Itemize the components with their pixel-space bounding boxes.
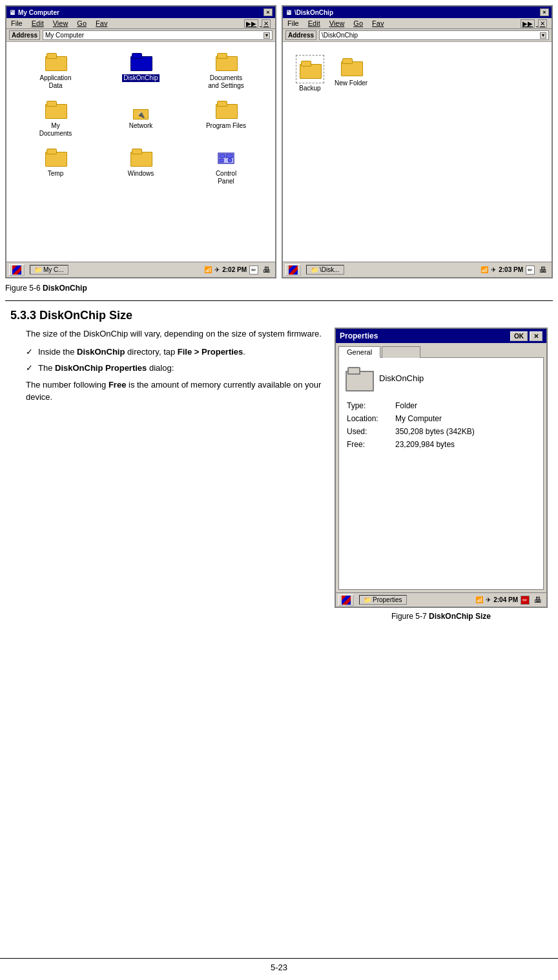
icon-my-documents[interactable]: MyDocuments bbox=[14, 98, 97, 138]
icon-network[interactable]: 🔌 Network bbox=[99, 98, 182, 138]
menu-view[interactable]: View bbox=[51, 19, 70, 28]
close-button[interactable]: × bbox=[264, 8, 273, 16]
my-computer-title: 🖥 My Computer bbox=[9, 9, 59, 16]
props-close-button[interactable]: ✕ bbox=[530, 331, 542, 341]
address-field[interactable]: My Computer ▼ bbox=[43, 30, 273, 40]
backup-dashed-border bbox=[296, 55, 324, 83]
menu-go[interactable]: Go bbox=[75, 19, 88, 28]
taskbar-my-computer[interactable]: 📁 My C... bbox=[30, 265, 68, 275]
folder-icon-img bbox=[44, 50, 67, 73]
menu-file[interactable]: File bbox=[9, 19, 25, 28]
cp-icon-img bbox=[214, 145, 238, 169]
taskbar-diskonchip[interactable]: 📁 \Disk... bbox=[306, 265, 344, 275]
menu-file2[interactable]: File bbox=[285, 19, 301, 28]
properties-body: DiskOnChip Type: Folder Location: My Com… bbox=[338, 357, 544, 590]
my-computer-content: ApplicationData DiskOnChip Documentsand … bbox=[6, 42, 275, 262]
taskbar-task-label3: Properties bbox=[373, 596, 402, 603]
detail-row-type: Type: Folder bbox=[346, 399, 537, 412]
detail-row-used: Used: 350,208 bytes (342KB) bbox=[346, 425, 537, 438]
folder-icon-backup bbox=[300, 61, 320, 78]
toolbar-icon-2[interactable]: ✕ bbox=[262, 19, 271, 28]
menu-edit[interactable]: Edit bbox=[30, 19, 46, 28]
toolbar-icon-4[interactable]: ✕ bbox=[538, 19, 547, 28]
figure7-bold-text: DiskOnChip Size bbox=[429, 612, 491, 621]
icon-label-diskonchip: DiskOnChip bbox=[122, 74, 159, 82]
diskonchip-title-text: \DiskOnChip bbox=[294, 9, 333, 16]
section-divider bbox=[5, 300, 553, 301]
icon-new-folder[interactable]: New Folder bbox=[335, 55, 367, 92]
start-button3[interactable] bbox=[338, 594, 354, 606]
address-value2: \DiskOnChip bbox=[322, 32, 358, 39]
tab-general[interactable]: General bbox=[338, 346, 380, 358]
checkmark-2: ✓ bbox=[26, 362, 33, 375]
new-folder-icon-img bbox=[340, 55, 363, 78]
icon-documents-settings[interactable]: Documentsand Settings bbox=[185, 50, 267, 90]
tab-extra[interactable] bbox=[382, 346, 420, 358]
address-dropdown[interactable]: ▼ bbox=[264, 32, 270, 39]
address-field2[interactable]: \DiskOnChip ▼ bbox=[319, 30, 549, 40]
folder-icon-new bbox=[341, 58, 362, 75]
props-ok-button[interactable]: OK bbox=[510, 331, 528, 341]
address-label: Address bbox=[9, 30, 40, 40]
props-taskbar: 📁 Properties 📶 ✈ 2:04 PM ✏ 🖶 bbox=[336, 592, 546, 607]
icon-application-data[interactable]: ApplicationData bbox=[14, 50, 97, 90]
detail-label-free: Free: bbox=[346, 438, 394, 451]
menu-go2[interactable]: Go bbox=[351, 19, 365, 28]
taskbar-properties[interactable]: 📁 Properties bbox=[359, 595, 407, 605]
icon-program-files[interactable]: Program Files bbox=[185, 98, 267, 138]
content-row: The size of the DiskOnChip will vary, de… bbox=[10, 328, 548, 623]
titlebar-buttons2: × bbox=[540, 8, 549, 16]
antenna-icon: ✈ bbox=[214, 266, 220, 273]
start-flag-icon2 bbox=[289, 266, 298, 275]
icon-temp[interactable]: Temp bbox=[14, 145, 97, 185]
start-button2[interactable] bbox=[285, 264, 301, 276]
printer-icon[interactable]: 🖶 bbox=[261, 266, 273, 275]
menu-fav[interactable]: Fav bbox=[94, 19, 109, 28]
icon-diskonchip[interactable]: DiskOnChip bbox=[99, 50, 182, 90]
folder-icon-docs bbox=[216, 53, 236, 70]
menu-view2[interactable]: View bbox=[327, 19, 347, 28]
antenna-icon3: ✈ bbox=[486, 596, 491, 603]
backup-icon-img bbox=[298, 57, 322, 81]
address-dropdown2[interactable]: ▼ bbox=[540, 32, 546, 39]
cp-icon-shape bbox=[216, 147, 236, 167]
icon-label-windows: Windows bbox=[128, 170, 154, 178]
diskonchip-title: 🖥 \DiskOnChip bbox=[285, 9, 333, 16]
my-computer-toolbar: Address My Computer ▼ bbox=[6, 29, 275, 42]
pen-icon2[interactable]: ✏ bbox=[526, 266, 535, 275]
folder-icon bbox=[45, 53, 66, 70]
icon-control-panel[interactable]: ControlPanel bbox=[185, 145, 267, 185]
folder-icon-progfiles bbox=[216, 101, 236, 118]
pen-icon[interactable]: ✏ bbox=[249, 266, 258, 275]
paragraph-2: The number following Free is the amount … bbox=[26, 379, 324, 404]
menu-fav2[interactable]: Fav bbox=[370, 19, 386, 28]
menu-edit2[interactable]: Edit bbox=[306, 19, 322, 28]
start-flag-icon3 bbox=[342, 596, 351, 605]
detail-value-location: My Computer bbox=[394, 412, 537, 425]
my-computer-titlebar: 🖥 My Computer × bbox=[6, 6, 275, 18]
diskonchip-icon-img bbox=[129, 50, 152, 73]
diskonchip-window: 🖥 \DiskOnChip × File Edit View Go Fav ▶▶… bbox=[282, 5, 553, 278]
folder-task-icon: 📁 bbox=[34, 266, 42, 273]
folder-icon-windows bbox=[130, 149, 151, 165]
printer-icon3[interactable]: 🖶 bbox=[532, 596, 544, 605]
close-button2[interactable]: × bbox=[540, 8, 549, 16]
folder-icon-temp bbox=[45, 149, 66, 165]
icon-label-docs: Documentsand Settings bbox=[208, 74, 244, 90]
toolbar-icon-1[interactable]: ▶▶ bbox=[244, 19, 258, 28]
detail-value-free: 23,209,984 bytes bbox=[394, 438, 537, 451]
figure6-caption: Figure 5-6 DiskOnChip bbox=[0, 281, 558, 298]
start-button[interactable] bbox=[9, 264, 25, 276]
folder-task-icon2: 📁 bbox=[311, 266, 318, 273]
figure7-caption-text: Figure 5-7 bbox=[391, 612, 427, 621]
figure7-caption: Figure 5-7 DiskOnChip Size bbox=[335, 612, 548, 621]
toolbar-icon-3[interactable]: ▶▶ bbox=[521, 19, 535, 28]
icon-backup[interactable]: Backup bbox=[296, 55, 324, 92]
properties-window: Properties OK ✕ General DiskOnChip bbox=[335, 328, 548, 608]
icon-windows[interactable]: Windows bbox=[99, 145, 182, 185]
detail-label-used: Used: bbox=[346, 425, 394, 438]
svg-rect-1 bbox=[220, 154, 225, 158]
pen-icon3[interactable]: ✏ bbox=[521, 596, 530, 605]
diskonchip-toolbar: Address \DiskOnChip ▼ bbox=[283, 29, 552, 42]
printer-icon2[interactable]: 🖶 bbox=[537, 266, 549, 275]
